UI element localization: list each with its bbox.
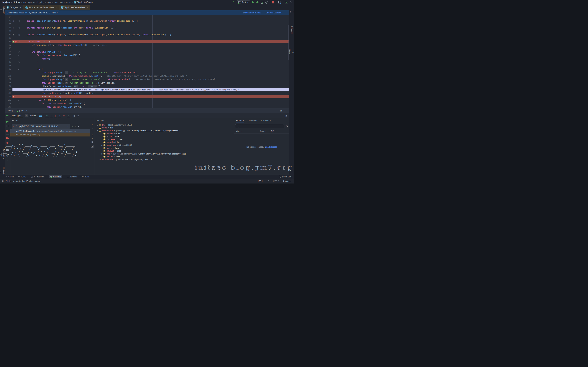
settings-icon[interactable]: ☰ <box>78 115 79 117</box>
duplicate-watch-icon[interactable]: ▣ <box>91 141 93 143</box>
tool-window-button-build[interactable]: ⚒Build <box>82 176 89 178</box>
run-button[interactable] <box>252 1 254 3</box>
code-line[interactable]: 105 TcpSocketServer<T>.SocketHandler han… <box>5 88 289 92</box>
expand-chevron-icon[interactable]: ▶ <box>101 144 103 146</box>
breadcrumb-item[interactable]: org <box>23 1 26 3</box>
close-icon[interactable]: ✕ <box>87 7 88 8</box>
hotswap-arrow-icon[interactable]: ↰ <box>233 1 235 4</box>
code-line[interactable]: 91↑✓ public void run() { <box>5 40 289 43</box>
editor-tab[interactable]: CTcpSocketServer.class✕ <box>59 5 90 10</box>
breadcrumb-item[interactable]: core <box>54 1 58 3</box>
breadcrumb-leaf[interactable]: CTcpSocketServer <box>74 1 93 4</box>
close-icon[interactable]: ✕ <box>55 7 57 8</box>
code-editor[interactable]: 7677@+ public TcpSocketServer(int port, … <box>5 15 289 108</box>
step-over-button[interactable]: ↷ <box>45 114 49 117</box>
hide-icon[interactable]: — <box>285 110 287 112</box>
force-step-into-button[interactable]: ↓ <box>54 114 57 117</box>
thread-selector[interactable]: ✓ "Log4j2-0"@2,270 in group "main": RUNN… <box>12 124 70 129</box>
stripe-item-database[interactable]: Database <box>289 25 294 34</box>
stripe-item-1-project[interactable]: ▤1: Project <box>0 6 5 14</box>
code-line[interactable]: 108 } catch (IOException var7) { <box>5 98 289 102</box>
step-into-button[interactable]: ↓ <box>50 114 53 117</box>
implementing-method-icon[interactable]: ↑ <box>12 41 14 43</box>
stack-frame-row[interactable]: run:748, Thread (java.lang) <box>10 133 90 136</box>
fold-region[interactable] <box>17 98 20 102</box>
code-line[interactable]: 104 clientSocket.setSoLinger( on: true, … <box>5 84 289 88</box>
fold-region[interactable]: + <box>17 26 20 30</box>
memory-search-input[interactable] <box>235 124 284 128</box>
breadcrumb-item[interactable]: log4j <box>47 1 51 3</box>
code-line[interactable]: 94 while(this.isActive()) { <box>5 50 289 54</box>
run-to-cursor-button[interactable]: ⇥ <box>67 114 70 117</box>
caret-position-widget[interactable]: 105:1 <box>258 180 263 182</box>
stack-frame-row[interactable]: run:277, TcpSocketServer (org.apache.log… <box>10 129 90 133</box>
drop-frame-button[interactable]: ✕ <box>62 114 66 117</box>
column-class[interactable]: Class <box>234 129 258 133</box>
code-line[interactable]: 100 this.logger.debug( s: "Listening for… <box>5 71 289 74</box>
toolbox-icon[interactable]: ▦ <box>2 180 4 182</box>
breadcrumb-item[interactable]: server <box>66 1 71 3</box>
fold-region[interactable] <box>17 102 20 105</box>
code-line[interactable]: 109 if (this.serverSocket.isClosed()) { <box>5 102 289 105</box>
variable-row[interactable]: fconnected=true <box>95 138 234 141</box>
remove-watch-icon[interactable]: − <box>92 127 93 129</box>
variable-row[interactable]: fbound=true <box>95 135 234 138</box>
gear-icon[interactable]: ⚙ <box>286 125 288 127</box>
view-breakpoints-button[interactable] <box>6 137 9 139</box>
variable-row[interactable]: ▶fcloseLock={Object@2309} <box>95 144 234 147</box>
load-classes-link[interactable]: Load classes <box>265 146 277 148</box>
gear-icon[interactable]: ⚙ <box>6 154 8 157</box>
code-line[interactable]: 84 <box>5 30 289 33</box>
variable-row[interactable]: ▼clientSocket={Socket@2293}"Socket[addr=… <box>95 129 234 132</box>
choose-sources-link[interactable]: Choose Sources... <box>266 11 283 14</box>
event-log-button[interactable]: Event Log <box>279 176 291 178</box>
fold-region[interactable]: + <box>17 33 20 36</box>
tab-overhead[interactable]: Overhead <box>248 118 257 123</box>
expand-chevron-icon[interactable]: ▶ <box>96 124 99 126</box>
move-up-icon[interactable]: ▲ <box>92 134 93 136</box>
code-line[interactable]: 96 return; <box>5 57 289 60</box>
variable-row[interactable]: ▶this={TcpSocketServer@1955} <box>95 124 234 126</box>
close-icon[interactable]: ✕ <box>20 7 21 8</box>
code-line[interactable]: 77@+ public TcpSocketServer(int port, Lo… <box>5 19 289 23</box>
tab-coroutines[interactable]: Coroutines <box>261 118 271 123</box>
stripe-item-ant[interactable]: ✶Ant <box>289 10 294 13</box>
variable-row[interactable]: ∞this.handlers={ConcurrentHashMap@1956}s… <box>95 158 234 161</box>
previous-frame-icon[interactable]: ↑ <box>72 125 73 128</box>
fold-region[interactable] <box>17 40 20 43</box>
error-stripe-execution-mark[interactable] <box>288 89 289 90</box>
next-frame-icon[interactable]: ↓ <box>75 125 76 128</box>
breadcrumb-item[interactable]: apache <box>28 1 35 3</box>
code-line[interactable]: 98 <box>5 64 289 67</box>
variable-row[interactable]: entry=null <box>95 126 234 129</box>
tool-window-button-terminal[interactable]: ›Terminal <box>67 176 77 178</box>
code-line[interactable]: 76 <box>5 16 289 19</box>
layout-settings-icon[interactable] <box>39 115 42 117</box>
debug-button[interactable] <box>256 1 259 4</box>
stop-button[interactable] <box>272 1 274 3</box>
close-icon[interactable]: ✕ <box>26 110 27 112</box>
code-line[interactable]: 106 this.handlers.put(handler.getId(), h… <box>5 92 289 95</box>
variable-row[interactable]: foldImpl=false <box>95 155 234 158</box>
variable-row[interactable]: ▶fimpl={SocksSocketImpl@2310}"Socket[add… <box>95 152 234 155</box>
variable-row[interactable]: fshutIn=false <box>95 147 234 150</box>
variable-row[interactable]: fclosed=false <box>95 141 234 144</box>
error-stripe-breakpoint-mark[interactable] <box>288 95 289 95</box>
code-line[interactable]: 85@+ public TcpSocketServer(int port, Lo… <box>5 33 289 36</box>
breakpoint-icon[interactable]: ✓ <box>15 41 17 43</box>
code-line[interactable]: 110 this.logger.traceExit(entry); <box>5 105 289 108</box>
evaluate-expression-icon[interactable]: ▦ <box>73 115 76 117</box>
pin-icon[interactable]: ⚲ <box>6 159 9 162</box>
breakpoint-icon[interactable]: ✓ <box>12 96 14 98</box>
tab-memory[interactable]: Memory <box>236 118 244 123</box>
resume-button[interactable] <box>6 121 9 123</box>
gear-icon[interactable]: ⚙ <box>280 109 282 112</box>
profiler-button[interactable]: ▼ <box>266 1 270 4</box>
column-diff[interactable]: Diff▼ <box>269 130 277 132</box>
tool-window-button-problems[interactable]: !6: Problems <box>31 176 44 178</box>
breadcrumb-item[interactable]: net <box>60 1 63 3</box>
mute-breakpoints-button[interactable] <box>6 142 9 144</box>
tool-window-button-debug[interactable]: 5: Debug <box>49 175 62 178</box>
fold-region[interactable] <box>17 60 20 64</box>
line-separator-widget[interactable]: LF <box>267 180 269 182</box>
